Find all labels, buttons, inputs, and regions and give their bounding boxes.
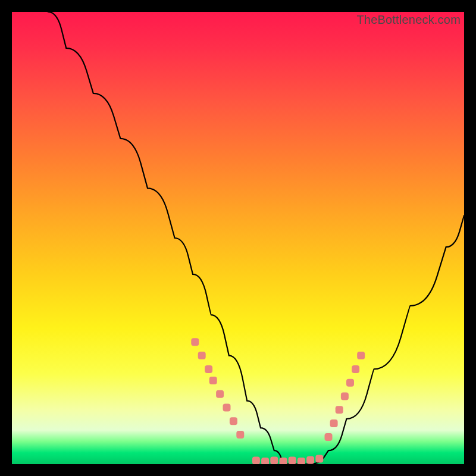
data-marker <box>252 456 260 464</box>
data-marker <box>330 419 338 427</box>
watermark-text: TheBottleneck.com <box>356 13 461 27</box>
data-marker <box>352 365 359 373</box>
data-marker <box>280 458 287 464</box>
chart-frame: TheBottleneck.com <box>12 12 464 464</box>
marker-cluster-valley <box>252 455 323 464</box>
data-marker <box>325 433 333 441</box>
data-marker <box>336 406 343 414</box>
data-marker <box>315 455 323 462</box>
data-marker <box>270 456 278 464</box>
data-marker <box>223 404 231 412</box>
data-marker <box>346 379 354 387</box>
chart-svg <box>12 12 464 464</box>
data-marker <box>209 377 217 384</box>
data-marker <box>289 456 296 464</box>
data-marker <box>216 390 224 398</box>
data-marker <box>261 458 269 464</box>
data-marker <box>230 417 237 425</box>
data-marker <box>236 431 244 439</box>
data-marker <box>191 338 199 346</box>
data-marker <box>298 458 305 464</box>
data-marker <box>198 352 206 359</box>
data-marker <box>205 365 212 373</box>
marker-cluster-left <box>191 338 244 439</box>
data-marker <box>306 456 314 464</box>
data-marker <box>357 352 365 359</box>
bottleneck-curve <box>48 12 464 464</box>
data-marker <box>341 393 349 400</box>
